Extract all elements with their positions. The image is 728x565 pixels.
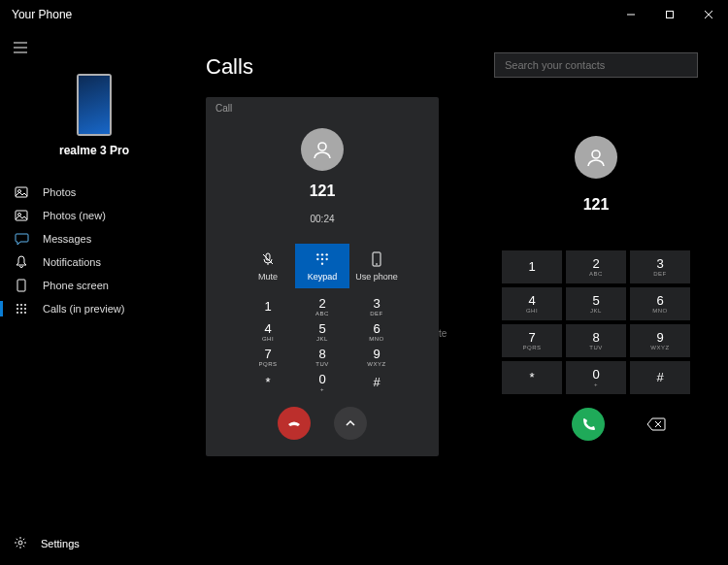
- nav-label: Photos (new): [43, 210, 106, 221]
- svg-rect-1: [667, 12, 674, 18]
- key-8[interactable]: 8TUV: [295, 345, 349, 370]
- action-label: Use phone: [355, 272, 398, 282]
- nav-label: Phone screen: [43, 280, 109, 291]
- nav-label: Messages: [43, 233, 91, 245]
- call-label: Call: [215, 103, 232, 114]
- key-6[interactable]: 6MNO: [630, 287, 690, 320]
- svg-point-13: [20, 304, 22, 306]
- collapse-button[interactable]: [334, 407, 367, 440]
- action-label: Keypad: [308, 272, 338, 282]
- nav-label: Notifications: [43, 256, 101, 268]
- svg-point-30: [321, 258, 323, 260]
- window-controls: [612, 0, 728, 29]
- nav-phone-screen[interactable]: Phone screen: [0, 274, 188, 297]
- key-2[interactable]: 2ABC: [295, 294, 349, 319]
- key-*[interactable]: *: [241, 370, 295, 395]
- key-7[interactable]: 7PQRS: [502, 324, 562, 357]
- key-1[interactable]: 1: [241, 294, 295, 319]
- svg-rect-11: [17, 280, 25, 291]
- svg-point-35: [592, 150, 600, 158]
- call-duration: 00:24: [310, 214, 334, 224]
- nav-photos-new[interactable]: Photos (new): [0, 204, 188, 227]
- nav-notifications[interactable]: Notifications: [0, 250, 188, 274]
- svg-point-32: [321, 263, 323, 265]
- dialer-keypad: 12ABC3DEF4GHI5JKL6MNO7PQRS8TUV9WXYZ*0+#: [502, 250, 690, 394]
- key-4[interactable]: 4GHI: [241, 319, 295, 345]
- stray-text: te: [439, 328, 447, 339]
- key-1[interactable]: 1: [502, 250, 562, 283]
- close-button[interactable]: [689, 0, 728, 29]
- dialpad-icon: [14, 301, 29, 316]
- photo-icon: [14, 208, 29, 223]
- key-#[interactable]: #: [349, 370, 404, 395]
- nav-messages[interactable]: Messages: [0, 227, 188, 250]
- search-input[interactable]: [494, 52, 698, 78]
- svg-point-22: [318, 143, 326, 150]
- nav-list: Photos Photos (new) Messages Notificatio…: [0, 181, 188, 320]
- phone-name: realme 3 Pro: [59, 144, 129, 157]
- svg-rect-9: [16, 211, 27, 220]
- page-title: Calls: [206, 54, 476, 80]
- maximize-button[interactable]: [650, 0, 689, 29]
- photo-icon: [14, 184, 29, 200]
- avatar-icon: [575, 136, 617, 179]
- key-5[interactable]: 5JKL: [295, 319, 349, 345]
- nav-calls[interactable]: Calls (in preview): [0, 297, 188, 320]
- key-2[interactable]: 2ABC: [566, 250, 626, 283]
- backspace-button[interactable]: [645, 414, 667, 435]
- key-3[interactable]: 3DEF: [349, 294, 404, 319]
- svg-point-31: [326, 258, 328, 260]
- key-9[interactable]: 9WXYZ: [630, 324, 690, 357]
- avatar-icon: [301, 128, 344, 171]
- phone-thumbnail[interactable]: [77, 74, 112, 136]
- hangup-button[interactable]: [278, 407, 311, 440]
- mute-icon: [259, 250, 277, 268]
- use-phone-button[interactable]: Use phone: [349, 244, 404, 288]
- key-3[interactable]: 3DEF: [630, 250, 690, 283]
- call-keypad: 12ABC3DEF4GHI5JKL6MNO7PQRS8TUV9WXYZ*0+#: [241, 294, 404, 395]
- app-title: Your Phone: [12, 8, 72, 21]
- key-*[interactable]: *: [502, 361, 562, 394]
- chat-icon: [14, 231, 29, 247]
- hamburger-button[interactable]: [6, 33, 35, 62]
- svg-point-21: [18, 541, 22, 545]
- minimize-button[interactable]: [612, 0, 650, 29]
- nav-settings[interactable]: Settings: [0, 522, 188, 565]
- key-0[interactable]: 0+: [295, 370, 349, 395]
- mute-button[interactable]: Mute: [241, 244, 295, 288]
- sidebar: realme 3 Pro Photos Photos (new) Message…: [0, 29, 188, 565]
- svg-point-14: [24, 304, 26, 306]
- svg-point-26: [316, 253, 318, 255]
- svg-point-27: [321, 253, 323, 255]
- nav-label: Photos: [43, 186, 76, 198]
- nav-label: Calls (in preview): [43, 303, 124, 315]
- svg-point-15: [17, 308, 18, 310]
- call-button[interactable]: [572, 408, 605, 441]
- main-content: Calls Call 121 00:24 Mute Keypad: [188, 29, 728, 565]
- action-label: Mute: [258, 272, 278, 282]
- phone-screen-icon: [14, 278, 29, 293]
- key-#[interactable]: #: [630, 361, 690, 394]
- svg-point-19: [20, 312, 22, 314]
- key-0[interactable]: 0+: [566, 361, 626, 394]
- key-8[interactable]: 8TUV: [566, 324, 626, 357]
- keypad-button[interactable]: Keypad: [295, 244, 349, 288]
- key-7[interactable]: 7PQRS: [241, 345, 295, 370]
- svg-point-18: [17, 312, 18, 314]
- settings-label: Settings: [41, 538, 80, 549]
- titlebar: Your Phone: [0, 0, 728, 29]
- svg-point-12: [17, 304, 18, 306]
- key-4[interactable]: 4GHI: [502, 287, 562, 320]
- bell-icon: [14, 254, 29, 270]
- svg-point-20: [24, 312, 26, 314]
- key-5[interactable]: 5JKL: [566, 287, 626, 320]
- key-9[interactable]: 9WXYZ: [349, 345, 404, 370]
- svg-rect-7: [16, 187, 27, 197]
- key-6[interactable]: 6MNO: [349, 319, 404, 345]
- dialpad-icon: [314, 250, 331, 268]
- svg-point-29: [316, 258, 318, 260]
- active-call-card: Call 121 00:24 Mute Keypad: [206, 97, 439, 456]
- svg-point-28: [326, 253, 328, 255]
- nav-photos[interactable]: Photos: [0, 181, 188, 204]
- phone-device-icon: [368, 250, 385, 268]
